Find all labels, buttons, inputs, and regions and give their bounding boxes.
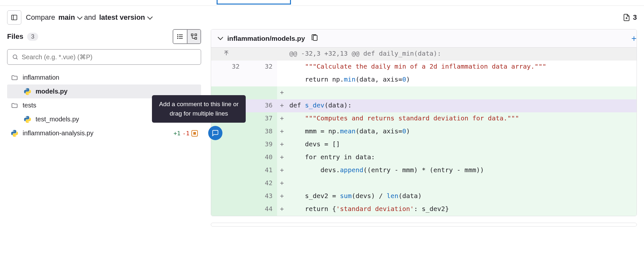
diff-marker: + <box>277 99 287 112</box>
svg-point-8 <box>177 36 178 37</box>
diff-panel: inflammation/models.py + @@ -32,3 +32,13… <box>211 29 637 216</box>
python-file-icon <box>10 130 19 137</box>
list-icon <box>177 33 184 40</box>
chevron-down-icon <box>147 14 153 20</box>
changed-files-summary[interactable]: 3 <box>623 13 637 22</box>
list-view-button[interactable] <box>173 30 187 43</box>
diff-marker <box>277 73 287 86</box>
svg-point-13 <box>13 55 17 59</box>
diff-marker: + <box>277 112 287 125</box>
diff-marker <box>277 61 287 73</box>
chevron-down-icon <box>77 14 82 20</box>
new-line-number: 40 <box>244 151 277 164</box>
new-line-number: 44 <box>244 203 277 216</box>
expand-up-button[interactable] <box>211 48 244 61</box>
add-comment-tooltip: Add a comment to this line or drag for m… <box>152 95 246 123</box>
svg-line-14 <box>16 58 17 59</box>
diff-marker: + <box>277 125 287 138</box>
diff-marker: + <box>277 203 287 216</box>
file-search-input[interactable] <box>22 53 196 61</box>
diff-line[interactable]: 39+ devs = [] <box>211 138 637 151</box>
modified-badge-icon <box>191 130 198 137</box>
and-label: and <box>84 13 96 22</box>
arrow-up-icon <box>223 50 230 57</box>
file-diff-icon <box>623 13 630 22</box>
svg-rect-12 <box>195 34 197 36</box>
add-comment-button[interactable] <box>208 126 222 140</box>
diff-content: @@ -32,3 +32,13 @@ def daily_min(data): … <box>211 48 637 216</box>
code-content: mmm = np.mean(data, axis=0) <box>287 125 637 138</box>
diff-marker: + <box>277 177 287 190</box>
diff-line[interactable]: 44+ return {'standard deviation': s_dev2… <box>211 203 637 216</box>
code-content: for entry in data: <box>287 151 637 164</box>
diff-marker: + <box>277 151 287 164</box>
diff-hunk-header: @@ -32,3 +32,13 @@ def daily_min(data): <box>211 48 637 61</box>
top-selection-box <box>217 0 291 5</box>
toggle-sidebar-button[interactable] <box>7 10 21 25</box>
code-content: """Computes and returns standard deviati… <box>287 112 637 125</box>
tree-item-label: tests <box>23 102 36 109</box>
code-content: return {'standard deviation': s_dev2} <box>287 203 637 216</box>
diff-line[interactable]: 41+ devs.append((entry - mmm) * (entry -… <box>211 164 637 177</box>
svg-rect-0 <box>12 15 17 20</box>
old-line-number <box>211 177 244 190</box>
diff-line[interactable]: return np.min(data, axis=0) <box>211 73 637 86</box>
diff-marker: + <box>277 138 287 151</box>
code-content: """Calculate the daily min of a 2d infla… <box>287 61 637 73</box>
file-search-box[interactable] <box>7 49 201 65</box>
diff-line[interactable]: 42+ <box>211 177 637 190</box>
code-content <box>287 177 637 190</box>
folder-icon <box>10 74 19 81</box>
code-content: s_dev2 = sum(devs) / len(data) <box>287 190 637 203</box>
new-line-number: 32 <box>244 61 277 73</box>
collapse-file-button[interactable] <box>218 36 221 41</box>
diff-marker: + <box>277 86 287 99</box>
diff-line[interactable]: 37+ """Computes and returns standard dev… <box>211 112 637 125</box>
old-line-number: 32 <box>211 61 244 73</box>
tree-folder[interactable]: inflammation <box>7 71 201 84</box>
svg-point-9 <box>177 38 178 39</box>
tree-item-label: models.py <box>36 88 68 95</box>
compare-toolbar: Compare main and latest version 3 <box>0 6 644 29</box>
tree-view-toggle <box>173 29 201 44</box>
old-line-number <box>211 138 244 151</box>
new-line-number: 41 <box>244 164 277 177</box>
new-line-number: 42 <box>244 177 277 190</box>
clipboard-icon <box>311 34 318 42</box>
diff-line[interactable]: 40+ for entry in data: <box>211 151 637 164</box>
diff-line[interactable]: + <box>211 86 637 99</box>
new-line-number: 37 <box>244 112 277 125</box>
compare-label: Compare <box>26 13 55 22</box>
files-count-badge: 3 <box>27 33 38 41</box>
diff-marker: + <box>277 164 287 177</box>
old-line-number <box>211 151 244 164</box>
code-content: devs.append((entry - mmm) * (entry - mmm… <box>287 164 637 177</box>
hunk-header-text: @@ -32,3 +32,13 @@ def daily_min(data): <box>287 48 637 61</box>
tree-item-label: inflammation <box>23 74 59 81</box>
panel-left-icon <box>11 14 18 21</box>
diff-line[interactable]: 38+ mmm = np.mean(data, axis=0) <box>211 125 637 138</box>
tree-item-label: test_models.py <box>36 116 79 123</box>
tree-file[interactable]: inflammation-analysis.py+1-1 <box>7 126 201 140</box>
diff-line[interactable]: 43+ s_dev2 = sum(devs) / len(data) <box>211 190 637 203</box>
diff-line[interactable]: 3232 """Calculate the daily min of a 2d … <box>211 61 637 73</box>
copy-path-button[interactable] <box>311 34 318 43</box>
search-icon <box>12 54 18 60</box>
tree-view-button[interactable] <box>187 30 200 43</box>
python-file-icon <box>23 88 32 95</box>
code-content <box>287 86 637 99</box>
folder-icon <box>10 102 19 109</box>
chevron-down-icon <box>218 34 223 40</box>
diff-line[interactable]: 36+def s_dev(data): <box>211 99 637 112</box>
branch-to-dropdown[interactable]: latest version <box>99 13 151 22</box>
svg-rect-10 <box>191 34 193 36</box>
expand-options-button[interactable]: + <box>631 33 637 44</box>
tree-icon <box>190 33 198 40</box>
new-line-number <box>244 86 277 99</box>
diff-file-path[interactable]: inflammation/models.py <box>227 35 305 42</box>
branch-from-dropdown[interactable]: main <box>58 13 80 22</box>
svg-rect-11 <box>195 38 197 39</box>
new-line-number: 39 <box>244 138 277 151</box>
new-line-number: 38 <box>244 125 277 138</box>
next-diff-panel-stub <box>211 223 637 227</box>
